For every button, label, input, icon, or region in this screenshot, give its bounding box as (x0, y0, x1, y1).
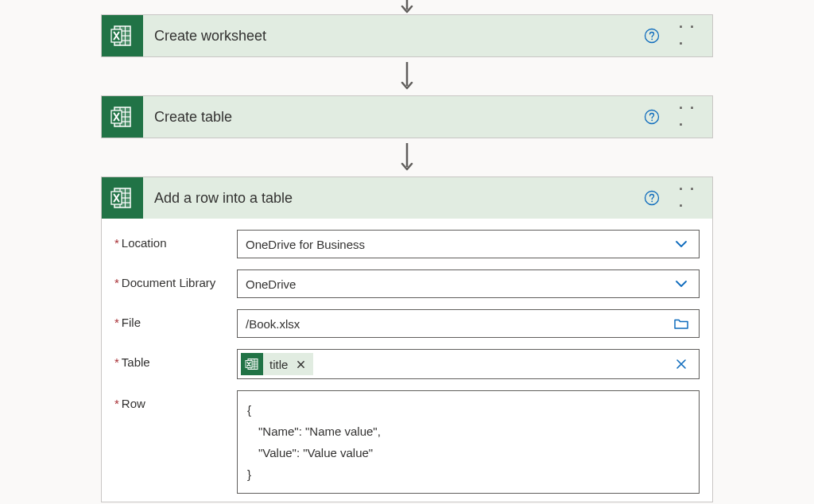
step-header[interactable]: Add a row into a table · · · (102, 177, 712, 219)
table-label: *Table (114, 349, 232, 369)
location-select[interactable]: OneDrive for Business (237, 230, 700, 258)
folder-icon[interactable] (672, 314, 691, 333)
help-icon[interactable] (641, 106, 663, 128)
help-icon[interactable] (641, 187, 663, 209)
step-title: Create worksheet (154, 28, 630, 45)
file-label: *File (114, 309, 232, 329)
row-input[interactable]: { "Name": "Name value", "Value": "Value … (237, 390, 700, 494)
step-title: Add a row into a table (154, 190, 630, 207)
document-library-select[interactable]: OneDrive (237, 269, 700, 298)
step-create-table[interactable]: Create table · · · (101, 95, 713, 138)
svg-point-24 (651, 200, 653, 202)
chevron-down-icon[interactable] (672, 274, 691, 293)
flow-arrow-icon (395, 138, 419, 176)
file-input[interactable]: /Book.xlsx (237, 309, 700, 338)
dynamic-token-title[interactable]: title (241, 353, 313, 375)
help-icon[interactable] (641, 25, 663, 47)
chevron-down-icon[interactable] (672, 235, 691, 254)
step-add-row: Add a row into a table · · · *Location O… (101, 176, 713, 502)
svg-point-18 (651, 38, 653, 40)
step-title: Create table (154, 109, 630, 126)
more-icon[interactable]: · · · (679, 106, 701, 128)
excel-icon (241, 353, 263, 375)
clear-icon[interactable] (672, 355, 691, 374)
excel-icon (102, 177, 143, 219)
excel-icon (102, 96, 143, 138)
step-create-worksheet[interactable]: Create worksheet · · · (101, 14, 713, 57)
flow-arrow-icon (399, 0, 415, 14)
close-icon[interactable] (294, 358, 307, 370)
location-label: *Location (114, 230, 232, 250)
document-library-label: *Document Library (114, 269, 232, 289)
excel-icon (102, 15, 143, 56)
more-icon[interactable]: · · · (679, 25, 701, 47)
svg-point-21 (651, 119, 653, 121)
row-label: *Row (114, 390, 232, 410)
more-icon[interactable]: · · · (679, 187, 701, 209)
table-input[interactable]: title (237, 349, 700, 379)
flow-arrow-icon (395, 57, 419, 95)
